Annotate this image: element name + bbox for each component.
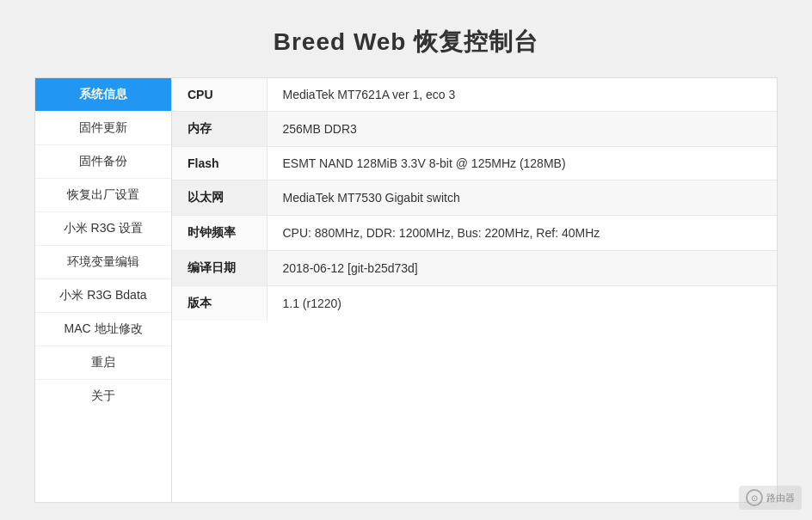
info-panel: CPUMediaTek MT7621A ver 1, eco 3内存256MB … [172,77,778,503]
sidebar-item-9[interactable]: 关于 [35,380,171,413]
sidebar-item-3[interactable]: 恢复出厂设置 [35,179,171,212]
watermark-text: 路由器 [766,492,795,505]
table-cell-value-5: 2018-06-12 [git-b25d73d] [267,251,777,286]
sidebar-item-4[interactable]: 小米 R3G 设置 [35,212,171,246]
table-cell-label-4: 时钟频率 [172,216,267,251]
sidebar-item-2[interactable]: 固件备份 [35,145,171,179]
table-row-4: 时钟频率CPU: 880MHz, DDR: 1200MHz, Bus: 220M… [172,216,777,251]
sidebar-item-8[interactable]: 重启 [35,346,171,380]
table-cell-value-6: 1.1 (r1220) [267,286,777,321]
table-cell-value-0: MediaTek MT7621A ver 1, eco 3 [267,78,777,112]
table-row-3: 以太网MediaTek MT7530 Gigabit switch [172,180,777,216]
page-wrapper: Breed Web 恢复控制台 系统信息固件更新固件备份恢复出厂设置小米 R3G… [0,0,812,520]
page-title: Breed Web 恢复控制台 [274,26,539,58]
sidebar: 系统信息固件更新固件备份恢复出厂设置小米 R3G 设置环境变量编辑小米 R3G … [34,77,172,503]
table-row-2: FlashESMT NAND 128MiB 3.3V 8-bit @ 125MH… [172,147,777,180]
table-cell-label-1: 内存 [172,112,267,147]
table-cell-label-2: Flash [172,147,267,180]
table-row-5: 编译日期2018-06-12 [git-b25d73d] [172,251,777,286]
sidebar-item-6[interactable]: 小米 R3G Bdata [35,279,171,313]
table-cell-value-4: CPU: 880MHz, DDR: 1200MHz, Bus: 220MHz, … [267,216,777,251]
table-row-1: 内存256MB DDR3 [172,112,777,147]
table-row-6: 版本1.1 (r1220) [172,286,777,321]
sidebar-item-0[interactable]: 系统信息 [35,78,171,112]
watermark: ⊙ 路由器 [739,486,802,510]
table-row-0: CPUMediaTek MT7621A ver 1, eco 3 [172,78,777,112]
sidebar-item-5[interactable]: 环境变量编辑 [35,246,171,279]
watermark-icon: ⊙ [746,489,763,506]
table-cell-value-2: ESMT NAND 128MiB 3.3V 8-bit @ 125MHz (12… [267,147,777,180]
table-cell-label-3: 以太网 [172,180,267,216]
table-cell-label-0: CPU [172,78,267,112]
table-cell-value-3: MediaTek MT7530 Gigabit switch [267,180,777,216]
sidebar-item-1[interactable]: 固件更新 [35,112,171,145]
main-content: 系统信息固件更新固件备份恢复出厂设置小米 R3G 设置环境变量编辑小米 R3G … [34,77,778,503]
table-cell-label-6: 版本 [172,286,267,321]
sidebar-item-7[interactable]: MAC 地址修改 [35,313,171,346]
info-table: CPUMediaTek MT7621A ver 1, eco 3内存256MB … [172,78,777,321]
table-cell-label-5: 编译日期 [172,251,267,286]
table-cell-value-1: 256MB DDR3 [267,112,777,147]
